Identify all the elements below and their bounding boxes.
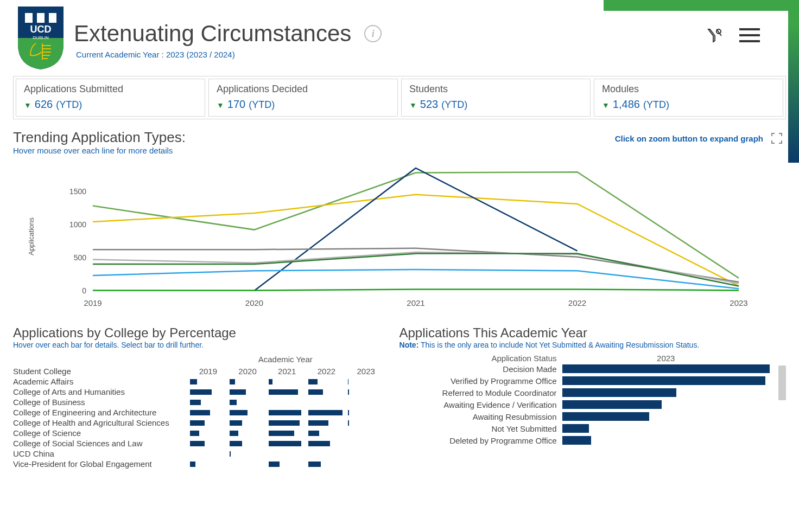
by-college-bar-cell[interactable]	[269, 450, 305, 458]
by-college-bar-cell[interactable]	[230, 399, 266, 406]
by-college-bar-cell[interactable]	[230, 388, 266, 396]
by-college-bar[interactable]	[308, 431, 319, 436]
by-college-bar-cell[interactable]	[348, 378, 384, 386]
by-college-bar-cell[interactable]	[190, 440, 226, 447]
chart-series-line[interactable]	[93, 270, 739, 289]
by-college-bar-cell[interactable]	[308, 388, 345, 396]
by-college-bar-cell[interactable]	[308, 460, 345, 468]
status-bar-cell[interactable]	[562, 388, 770, 397]
by-college-bar-cell[interactable]	[308, 450, 345, 458]
chart-series-line[interactable]	[255, 168, 578, 291]
expand-icon[interactable]	[771, 132, 783, 144]
status-bar-cell[interactable]	[562, 424, 770, 433]
by-college-bar[interactable]	[190, 410, 210, 415]
by-college-bar-cell[interactable]	[348, 460, 384, 468]
chart-series-line[interactable]	[93, 290, 739, 291]
chart-series-line[interactable]	[93, 252, 739, 283]
by-college-bar[interactable]	[230, 431, 239, 436]
status-bar-cell[interactable]	[562, 364, 770, 373]
by-college-bar-cell[interactable]	[230, 460, 266, 468]
status-bar-cell[interactable]	[562, 412, 770, 421]
by-college-bar-cell[interactable]	[348, 388, 384, 396]
by-college-bar[interactable]	[190, 462, 195, 467]
status-bar[interactable]	[562, 400, 662, 409]
status-bar[interactable]	[562, 412, 650, 421]
by-college-bar-cell[interactable]	[269, 460, 305, 468]
by-college-bar[interactable]	[348, 420, 349, 426]
by-college-bar[interactable]	[230, 451, 231, 457]
by-college-bar[interactable]	[190, 400, 201, 405]
by-college-bar[interactable]	[269, 389, 297, 395]
by-college-bar-cell[interactable]	[190, 399, 226, 406]
by-college-bar[interactable]	[190, 389, 212, 395]
by-college-bar[interactable]	[348, 389, 349, 395]
by-college-bar[interactable]	[348, 410, 350, 415]
by-college-bar[interactable]	[190, 441, 205, 446]
by-college-bar-cell[interactable]	[269, 440, 305, 447]
by-college-bar-cell[interactable]	[308, 430, 345, 437]
status-bar[interactable]	[562, 436, 592, 445]
status-bar[interactable]	[562, 388, 676, 397]
by-college-bar-cell[interactable]	[269, 378, 305, 386]
by-college-bar[interactable]	[230, 400, 237, 405]
by-college-bar-cell[interactable]	[269, 430, 305, 437]
by-college-bar-cell[interactable]	[348, 419, 384, 427]
by-college-bar[interactable]	[269, 410, 301, 415]
by-college-bar-cell[interactable]	[190, 419, 226, 427]
status-scrollbar[interactable]	[778, 366, 786, 400]
by-college-bar-cell[interactable]	[348, 399, 384, 406]
by-college-bar-cell[interactable]	[190, 450, 226, 458]
by-college-bar-cell[interactable]	[269, 419, 305, 427]
by-college-bar-cell[interactable]	[230, 409, 266, 416]
by-college-bar[interactable]	[269, 431, 294, 436]
by-college-bar[interactable]	[308, 379, 318, 384]
by-college-bar-cell[interactable]	[230, 419, 266, 427]
by-college-bar-cell[interactable]	[348, 409, 384, 416]
by-college-bar-cell[interactable]	[308, 419, 345, 427]
by-college-bar-cell[interactable]	[230, 430, 266, 437]
by-college-bar[interactable]	[308, 389, 323, 395]
status-bar[interactable]	[562, 376, 766, 385]
by-college-bar-cell[interactable]	[230, 450, 266, 458]
by-college-bar-cell[interactable]	[190, 430, 226, 437]
by-college-bar[interactable]	[269, 420, 300, 426]
by-college-bar-cell[interactable]	[308, 440, 345, 447]
status-bar[interactable]	[562, 364, 770, 373]
status-bar-cell[interactable]	[562, 376, 770, 385]
by-college-bar[interactable]	[308, 462, 321, 467]
by-college-bar[interactable]	[308, 441, 330, 446]
by-college-bar[interactable]	[269, 379, 272, 384]
by-college-bar-cell[interactable]	[348, 440, 384, 447]
info-icon[interactable]: i	[364, 25, 382, 42]
by-college-bar[interactable]	[269, 441, 301, 446]
by-college-bar-cell[interactable]	[230, 440, 266, 447]
status-bar-cell[interactable]	[562, 400, 770, 409]
by-college-bar-cell[interactable]	[308, 378, 345, 386]
by-college-bar-cell[interactable]	[269, 409, 305, 416]
by-college-bar[interactable]	[348, 379, 348, 384]
menu-icon[interactable]	[738, 27, 761, 46]
metric-card[interactable]: Modules▼1,486(YTD)	[594, 79, 783, 117]
filter-icon[interactable]	[707, 27, 723, 46]
by-college-bar-cell[interactable]	[190, 378, 226, 386]
metric-card[interactable]: Students▼523(YTD)	[401, 79, 591, 117]
by-college-bar[interactable]	[269, 462, 280, 467]
by-college-bar-cell[interactable]	[308, 409, 345, 416]
status-bar[interactable]	[562, 424, 589, 433]
by-college-bar-cell[interactable]	[269, 399, 305, 406]
by-college-bar[interactable]	[190, 420, 205, 426]
by-college-bar-cell[interactable]	[348, 450, 384, 458]
by-college-bar-cell[interactable]	[190, 460, 226, 468]
by-college-bar[interactable]	[190, 379, 197, 384]
metric-card[interactable]: Applications Submitted▼626(YTD)	[16, 79, 205, 117]
metric-card[interactable]: Applications Decided▼170(YTD)	[208, 79, 398, 117]
by-college-bar-cell[interactable]	[308, 399, 345, 406]
by-college-bar-cell[interactable]	[348, 430, 384, 437]
trend-line-chart[interactable]: 05001000150020192020202120222023	[13, 161, 786, 312]
by-college-bar-cell[interactable]	[190, 409, 226, 416]
by-college-bar[interactable]	[230, 389, 246, 395]
by-college-bar[interactable]	[230, 379, 235, 384]
by-college-bar-cell[interactable]	[190, 388, 226, 396]
by-college-bar-cell[interactable]	[230, 378, 266, 386]
by-college-bar-cell[interactable]	[269, 388, 305, 396]
